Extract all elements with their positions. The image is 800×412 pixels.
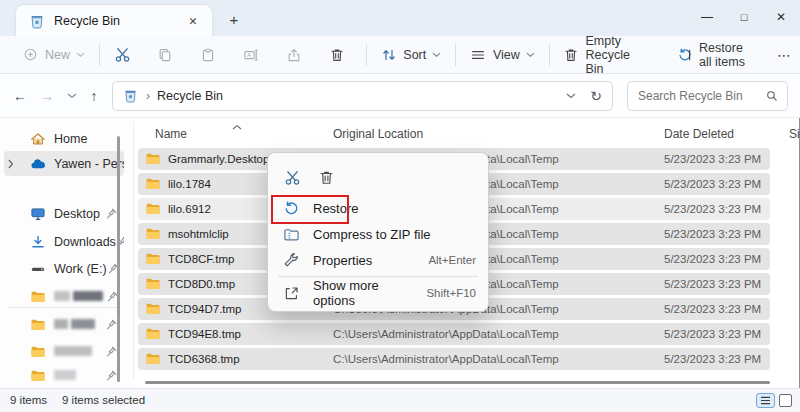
icons-view-toggle[interactable] <box>779 394 792 407</box>
view-icon <box>470 46 487 63</box>
delete-icon[interactable] <box>318 169 335 186</box>
breadcrumb[interactable]: Recycle Bin <box>157 89 223 103</box>
sidebar-item-desktop[interactable]: Desktop <box>4 202 124 225</box>
sidebar-item-redacted-folder[interactable] <box>4 313 124 336</box>
context-menu-item-compress[interactable]: Compress to ZIP file <box>268 221 488 247</box>
chevron-right-icon[interactable] <box>8 159 18 169</box>
column-header-name[interactable]: Name <box>155 122 187 146</box>
svg-text:A: A <box>247 52 251 58</box>
copy-button[interactable] <box>149 40 182 70</box>
address-dropdown-icon[interactable] <box>566 93 576 99</box>
table-row[interactable]: TCD94E8.tmpC:\Users\Administrator\AppDat… <box>138 323 770 345</box>
address-row: ← → ↑ › Recycle Bin ↻ <box>0 74 800 118</box>
back-button[interactable]: ← <box>8 84 32 108</box>
empty-bin-icon <box>563 46 579 63</box>
restore-all-items-label: Restore all items <box>699 41 753 69</box>
status-bar: 9 items 9 items selected <box>0 388 800 412</box>
horizontal-scrollbar[interactable] <box>145 381 770 384</box>
folder-icon <box>145 276 161 292</box>
recycle-bin-icon <box>123 88 139 104</box>
search-input[interactable] <box>638 89 756 103</box>
folder-icon <box>145 326 161 342</box>
column-header-date[interactable]: Date Deleted <box>664 122 734 146</box>
column-header-size[interactable]: Size <box>789 122 800 146</box>
tab-close-icon[interactable]: ✕ <box>184 12 202 30</box>
new-tab-button[interactable]: + <box>222 8 246 30</box>
rename-button[interactable]: A <box>235 40 268 70</box>
refresh-icon[interactable]: ↻ <box>590 88 602 104</box>
restore-all-items-button[interactable]: Restore all items <box>669 40 761 70</box>
share-button[interactable] <box>278 40 311 70</box>
folder-icon <box>145 226 161 242</box>
maximize-button[interactable]: □ <box>729 4 759 30</box>
context-menu-icon-row <box>268 159 488 195</box>
minimize-button[interactable]: — <box>692 4 722 30</box>
new-button[interactable]: New <box>14 40 93 70</box>
show-more-options-icon <box>283 285 300 302</box>
folder-icon <box>145 251 161 267</box>
pane-splitter[interactable] <box>133 122 134 380</box>
copy-icon <box>157 46 174 63</box>
restore-all-icon <box>677 46 693 63</box>
sidebar-item-label: Work (E:) <box>54 262 107 276</box>
address-bar[interactable]: › Recycle Bin ↻ <box>112 81 613 111</box>
cut-button[interactable] <box>106 40 139 70</box>
paste-button[interactable] <box>192 40 225 70</box>
sidebar-item-redacted-folder[interactable] <box>4 340 124 363</box>
sidebar-item-onedrive[interactable]: Yawen - Persona <box>4 151 124 176</box>
home-icon <box>30 131 46 147</box>
properties-label: Properties <box>313 253 372 268</box>
sidebar-item-work-drive[interactable]: Work (E:) <box>4 257 124 280</box>
delete-button[interactable] <box>321 40 354 70</box>
toolbar-divider <box>549 44 550 66</box>
view-button[interactable]: View <box>462 40 543 70</box>
compress-label: Compress to ZIP file <box>313 227 431 242</box>
view-label: View <box>493 48 520 62</box>
cut-icon <box>114 46 131 63</box>
sort-ascending-icon <box>232 124 242 130</box>
chevron-down-icon <box>526 52 535 58</box>
folder-icon <box>30 289 46 305</box>
up-button[interactable]: ↑ <box>82 84 106 108</box>
sort-button[interactable]: Sort <box>372 40 449 70</box>
redacted-label <box>54 345 95 359</box>
items-count: 9 items <box>10 394 47 406</box>
forward-button[interactable]: → <box>35 84 59 108</box>
desktop-icon <box>30 206 46 222</box>
folder-icon <box>30 368 46 384</box>
chevron-down-icon <box>432 52 441 58</box>
sidebar-item-label: Downloads <box>54 235 116 249</box>
downloads-icon <box>30 234 46 250</box>
search-box[interactable] <box>627 81 788 111</box>
search-icon[interactable] <box>765 89 779 103</box>
cut-icon[interactable] <box>284 169 301 186</box>
sidebar-item-home[interactable]: Home <box>4 127 124 150</box>
sidebar-item-redacted-folder[interactable] <box>4 364 124 387</box>
paste-icon <box>200 46 217 63</box>
show-more-label: Show more options <box>313 278 413 308</box>
column-header-location[interactable]: Original Location <box>333 122 423 146</box>
recent-locations-icon[interactable] <box>60 84 84 108</box>
sidebar-item-label: Home <box>54 132 87 146</box>
tab-title: Recycle Bin <box>54 14 120 28</box>
table-row[interactable]: TCD6368.tmpC:\Users\Administrator\AppDat… <box>138 348 770 370</box>
close-button[interactable]: ✕ <box>766 4 796 30</box>
context-menu-item-show-more[interactable]: Show more options Shift+F10 <box>268 280 488 306</box>
see-more-button[interactable]: ⋯ <box>769 40 800 70</box>
new-icon <box>22 46 39 63</box>
new-label: New <box>45 48 70 62</box>
show-more-shortcut: Shift+F10 <box>426 287 476 299</box>
recycle-bin-icon <box>29 13 45 29</box>
delete-icon <box>329 46 346 63</box>
context-menu: Restore Compress to ZIP file Properties … <box>267 152 489 312</box>
command-bar: New A Sort View <box>0 36 800 74</box>
context-menu-item-properties[interactable]: Properties Alt+Enter <box>268 247 488 273</box>
sidebar-scrollbar[interactable] <box>117 136 120 382</box>
empty-recycle-bin-button[interactable]: Empty Recycle Bin <box>555 40 655 70</box>
details-view-toggle[interactable] <box>756 393 775 408</box>
sidebar-item-redacted-folder[interactable] <box>4 285 124 308</box>
tab-recycle-bin[interactable]: Recycle Bin ✕ <box>16 5 212 36</box>
folder-icon <box>145 351 161 367</box>
sidebar-item-downloads[interactable]: Downloads <box>4 230 124 253</box>
folder-icon <box>30 317 46 333</box>
